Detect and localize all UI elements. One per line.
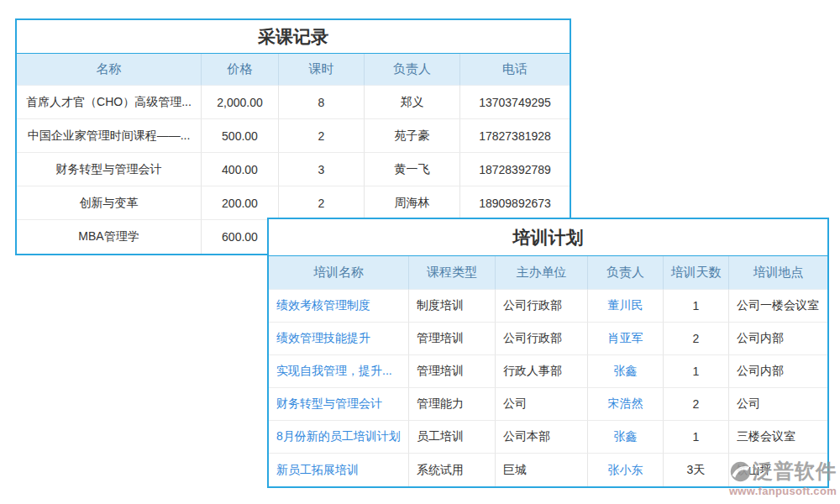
course-name-cell: 财务转型与管理会计 xyxy=(17,153,202,186)
purchase-table-header-row: 名称 价格 课时 负责人 电话 xyxy=(17,54,570,86)
table-row: 绩效管理技能提升 管理培训 公司行政部 肖亚军 2 公司内部 xyxy=(269,323,827,355)
training-plan-table: 培训计划 培训名称 课程类型 主办单位 负责人 培训天数 培训地点 绩效考核管理… xyxy=(267,218,829,488)
days-cell: 2 xyxy=(664,388,729,421)
location-cell: 三楼会议室 xyxy=(729,421,827,454)
column-header-name: 名称 xyxy=(17,54,202,86)
course-type-cell: 员工培训 xyxy=(409,421,496,454)
watermark-url-text: www.fanpusoft.com xyxy=(724,485,837,497)
manager-link[interactable]: 董川民 xyxy=(588,290,664,323)
manager-link[interactable]: 张鑫 xyxy=(588,421,664,454)
phone-cell: 13703749295 xyxy=(460,86,570,119)
manager-cell: 黄一飞 xyxy=(365,153,460,186)
days-cell: 2 xyxy=(664,323,729,355)
location-cell: 公司 xyxy=(729,388,827,421)
course-type-cell: 管理培训 xyxy=(409,355,496,388)
days-cell: 3天 xyxy=(664,454,729,486)
course-name-cell: 首席人才官（CHO）高级管理... xyxy=(17,86,202,119)
table-row: 中国企业家管理时间课程——... 500.00 2 苑子豪 1782738192… xyxy=(17,119,570,153)
table-row: 首席人才官（CHO）高级管理... 2,000.00 8 郑义 13703749… xyxy=(17,86,570,119)
organizer-cell: 公司本部 xyxy=(496,421,588,454)
manager-link[interactable]: 宋浩然 xyxy=(588,388,664,421)
training-name-link[interactable]: 财务转型与管理会计 xyxy=(269,388,409,421)
fanpu-watermark: 泛普软件 www.fanpusoft.com xyxy=(724,459,837,497)
column-header-hours: 课时 xyxy=(279,54,365,86)
course-name-cell: 中国企业家管理时间课程——... xyxy=(17,119,202,153)
hours-cell: 2 xyxy=(279,119,365,153)
organizer-cell: 巨城 xyxy=(496,454,588,486)
training-name-link[interactable]: 绩效考核管理制度 xyxy=(269,290,409,323)
manager-cell: 周海林 xyxy=(365,186,460,220)
column-header-organizer: 主办单位 xyxy=(496,256,588,290)
course-type-cell: 制度培训 xyxy=(409,290,496,323)
hours-cell: 2 xyxy=(279,186,365,220)
organizer-cell: 公司行政部 xyxy=(496,290,588,323)
phone-cell: 17827381928 xyxy=(460,119,570,153)
organizer-cell: 行政人事部 xyxy=(496,355,588,388)
organizer-cell: 公司行政部 xyxy=(496,323,588,355)
training-name-link[interactable]: 绩效管理技能提升 xyxy=(269,323,409,355)
course-type-cell: 管理培训 xyxy=(409,323,496,355)
location-cell: 公司内部 xyxy=(729,355,827,388)
price-cell: 200.00 xyxy=(202,186,279,220)
column-header-training-name: 培训名称 xyxy=(269,256,409,290)
price-cell: 500.00 xyxy=(202,119,279,153)
fanpu-logo-icon xyxy=(729,460,752,483)
manager-link[interactable]: 肖亚军 xyxy=(588,323,664,355)
phone-cell: 18909892673 xyxy=(460,186,570,220)
organizer-cell: 公司 xyxy=(496,388,588,421)
table-row: 财务转型与管理会计 管理能力 公司 宋浩然 2 公司 xyxy=(269,388,827,421)
course-type-cell: 系统试用 xyxy=(409,454,496,486)
column-header-location: 培训地点 xyxy=(729,256,827,290)
table-row: 实现自我管理，提升... 管理培训 行政人事部 张鑫 1 公司内部 xyxy=(269,355,827,388)
location-cell: 公司内部 xyxy=(729,323,827,355)
training-table-header-row: 培训名称 课程类型 主办单位 负责人 培训天数 培训地点 xyxy=(269,256,827,290)
purchase-table-title: 采课记录 xyxy=(17,20,570,54)
days-cell: 1 xyxy=(664,421,729,454)
days-cell: 1 xyxy=(664,355,729,388)
manager-cell: 郑义 xyxy=(365,86,460,119)
watermark-brand-text: 泛普软件 xyxy=(753,459,837,484)
course-name-cell: 创新与变革 xyxy=(17,186,202,220)
price-cell: 400.00 xyxy=(202,153,279,186)
table-row: 8月份新的员工培训计划 员工培训 公司本部 张鑫 1 三楼会议室 xyxy=(269,421,827,454)
manager-link[interactable]: 张小东 xyxy=(588,454,664,486)
table-row: 绩效考核管理制度 制度培训 公司行政部 董川民 1 公司一楼会议室 xyxy=(269,290,827,323)
table-row: 财务转型与管理会计 400.00 3 黄一飞 18728392789 xyxy=(17,153,570,186)
manager-link[interactable]: 张鑫 xyxy=(588,355,664,388)
manager-cell: 苑子豪 xyxy=(365,119,460,153)
training-name-link[interactable]: 8月份新的员工培训计划 xyxy=(269,421,409,454)
price-cell: 2,000.00 xyxy=(202,86,279,119)
page-canvas: 采课记录 名称 价格 课时 负责人 电话 首席人才官（CHO）高级管理... 2… xyxy=(0,0,840,504)
course-name-cell: MBA管理学 xyxy=(17,220,202,254)
hours-cell: 3 xyxy=(279,153,365,186)
column-header-price: 价格 xyxy=(202,54,279,86)
course-type-cell: 管理能力 xyxy=(409,388,496,421)
column-header-manager: 负责人 xyxy=(365,54,460,86)
table-row: 创新与变革 200.00 2 周海林 18909892673 xyxy=(17,186,570,220)
location-cell: 公司一楼会议室 xyxy=(729,290,827,323)
phone-cell: 18728392789 xyxy=(460,153,570,186)
column-header-course-type: 课程类型 xyxy=(409,256,496,290)
column-header-phone: 电话 xyxy=(460,54,570,86)
training-name-link[interactable]: 实现自我管理，提升... xyxy=(269,355,409,388)
column-header-manager: 负责人 xyxy=(588,256,664,290)
watermark-brand-row: 泛普软件 xyxy=(724,459,837,484)
training-table-title: 培训计划 xyxy=(269,219,827,256)
training-name-link[interactable]: 新员工拓展培训 xyxy=(269,454,409,486)
days-cell: 1 xyxy=(664,290,729,323)
hours-cell: 8 xyxy=(279,86,365,119)
column-header-days: 培训天数 xyxy=(664,256,729,290)
